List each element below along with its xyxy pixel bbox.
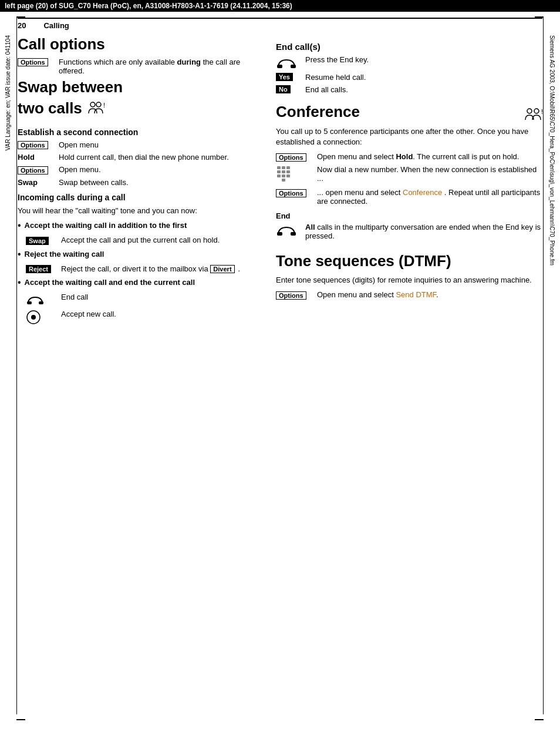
conf-text3-prefix: ... open menu and select: [317, 188, 400, 197]
reject-sub-badge-col: Reject: [26, 264, 61, 274]
page-header: 20 Calling: [18, 18, 542, 30]
main-content: 20 Calling Call options Options Function…: [18, 12, 542, 329]
left-column: Call options Options Functions which are…: [18, 36, 264, 329]
conference-row1: Options Open menu and select Hold. The c…: [276, 152, 542, 162]
page-number: 20: [18, 21, 26, 30]
svg-rect-12: [277, 166, 281, 169]
end-calls-text2: Resume held call.: [305, 73, 366, 82]
accept-call-icon-item: Accept new call.: [26, 310, 264, 327]
page-section: Calling: [43, 21, 69, 30]
tone-seq-text-prefix: Open menu and select: [317, 290, 394, 299]
establish-title: Establish a second connection: [18, 127, 264, 137]
reject-sub-item: Reject Reject the call, or divert it to …: [26, 264, 264, 274]
establish-badge1-col: Options: [18, 140, 59, 150]
end-calls-text1: Press the End key.: [305, 55, 369, 64]
conf-end-row: All calls in the multiparty conversation…: [276, 223, 542, 240]
accept-key-icon: [26, 310, 41, 325]
swap-icon: !: [88, 100, 104, 120]
corner-bl: [16, 719, 25, 720]
svg-rect-22: [277, 232, 282, 236]
establish-row2: Hold Hold current call, then dial the ne…: [18, 153, 264, 162]
call-options-text: Functions which are only available durin…: [59, 58, 264, 75]
corner-tl: [16, 16, 25, 18]
conf-text3: ... open menu and select Conference . Re…: [317, 188, 542, 206]
svg-text:!: !: [541, 109, 542, 115]
swap-sub-item: Swap Accept the call and put the current…: [26, 236, 264, 245]
bullet1-bold: Accept the waiting call in addition to t…: [25, 221, 187, 230]
incoming-bullets3: Accept the waiting call and end the curr…: [18, 278, 264, 288]
conf-text1-suffix: . The current call is put on hold.: [413, 152, 519, 161]
call-options-badge-col: Options: [18, 58, 59, 67]
establish-options-badge3: Options: [18, 166, 48, 174]
accept-call-text: Accept new call.: [61, 310, 116, 318]
end-call-icon-col: [26, 293, 61, 307]
bullet2-item: Reject the waiting call: [18, 250, 264, 260]
keypad-icon: [276, 165, 295, 183]
establish-text3: Open menu.: [59, 165, 264, 174]
svg-rect-20: [286, 174, 290, 177]
end-call-text: End call: [61, 293, 88, 301]
end-calls-title: End call(s): [276, 42, 542, 52]
establish-section: Establish a second connection Options Op…: [18, 127, 264, 187]
establish-badge3-col: Options: [18, 165, 59, 174]
conf-text1-prefix: Open menu and select: [317, 152, 394, 161]
svg-rect-21: [282, 179, 285, 182]
tone-seq-badge-col: Options: [276, 290, 317, 300]
corner-tr: [535, 16, 544, 18]
conf-text1-bold: Hold: [396, 152, 413, 161]
end-key-icon: [26, 293, 45, 305]
conf-keypad-col: [276, 165, 317, 184]
end-calls-row3: No End all calls.: [276, 85, 542, 94]
svg-point-1: [96, 102, 101, 107]
swap-sub-badge-col: Swap: [26, 236, 61, 245]
establish-row1: Options Open menu: [18, 140, 264, 150]
tone-seq-text-orange: Send DTMF: [396, 290, 436, 299]
establish-label2-col: Hold: [18, 153, 59, 162]
tone-seq-row: Options Open menu and select Send DTMF.: [276, 290, 542, 300]
divert-badge: Divert: [210, 265, 234, 273]
tone-seq-text: Open menu and select Send DTMF.: [317, 290, 542, 299]
conf-options-badge1: Options: [276, 153, 306, 162]
call-options-title: Call options: [18, 36, 264, 53]
yes-badge-cell: Yes: [276, 73, 305, 81]
svg-rect-8: [291, 65, 296, 68]
conf-options-badge3: Options: [276, 189, 306, 197]
svg-rect-19: [282, 174, 285, 177]
establish-text2: Hold current call, then dial the new pho…: [59, 153, 264, 162]
accept-call-icon-col: [26, 310, 61, 327]
bullet3-text: Accept the waiting call and end the curr…: [25, 278, 195, 287]
swap-heading: Swap between two calls !: [18, 79, 264, 122]
hold-label: Hold: [18, 153, 35, 162]
conf-text2: Now dial a new number. When the new conn…: [317, 165, 542, 183]
bullet1-text: Accept the waiting call in addition to t…: [25, 221, 187, 230]
end-calls-row2: Yes Resume held call.: [276, 73, 542, 82]
call-options-section: Call options Options Functions which are…: [18, 36, 264, 75]
conference-icon: !: [525, 107, 542, 126]
swap-sub-text: Accept the call and put the current call…: [61, 236, 220, 244]
no-badge-cell: No: [276, 85, 305, 93]
right-column: End call(s) Press the End key. Yes: [276, 36, 542, 329]
conference-heading-row: Conference !: [276, 103, 542, 126]
end-calls-text3: End all calls.: [305, 85, 348, 94]
establish-text1: Open menu: [59, 140, 264, 149]
conf-text3-orange: Conference: [403, 188, 442, 197]
incoming-title: Incoming calls during a call: [18, 193, 264, 202]
conference-section: Conference ! You call up to 5 conference…: [276, 103, 542, 240]
incoming-bullets: Accept the waiting call in addition to t…: [18, 221, 264, 231]
tone-seq-title: Tone sequences (DTMF): [276, 252, 451, 270]
side-right-text: Siemens AG 2003, O:\Mobil\R65\C70_Hera_P…: [549, 35, 555, 266]
two-column-layout: Call options Options Functions which are…: [18, 36, 542, 329]
svg-point-9: [527, 109, 532, 113]
establish-label4-col: Swap: [18, 178, 59, 187]
side-margin-right: Siemens AG 2003, O:\Mobil\R65\C70_Hera_P…: [549, 35, 555, 266]
conf-end-text: All calls in the multiparty conversation…: [305, 223, 542, 240]
end-call-icon-item: End call: [26, 293, 264, 307]
reject-sub-text: Reject the call, or divert it to the mai…: [61, 264, 240, 274]
options-badge: Options: [18, 58, 48, 66]
reject-sub-badge: Reject: [26, 265, 51, 273]
conf-end-label: End: [276, 211, 542, 220]
conference-persons-icon: !: [525, 107, 542, 123]
swap-label: Swap: [18, 178, 38, 187]
bullet3-item: Accept the waiting call and end the curr…: [18, 278, 264, 288]
tone-seq-text-suffix: .: [436, 290, 438, 299]
